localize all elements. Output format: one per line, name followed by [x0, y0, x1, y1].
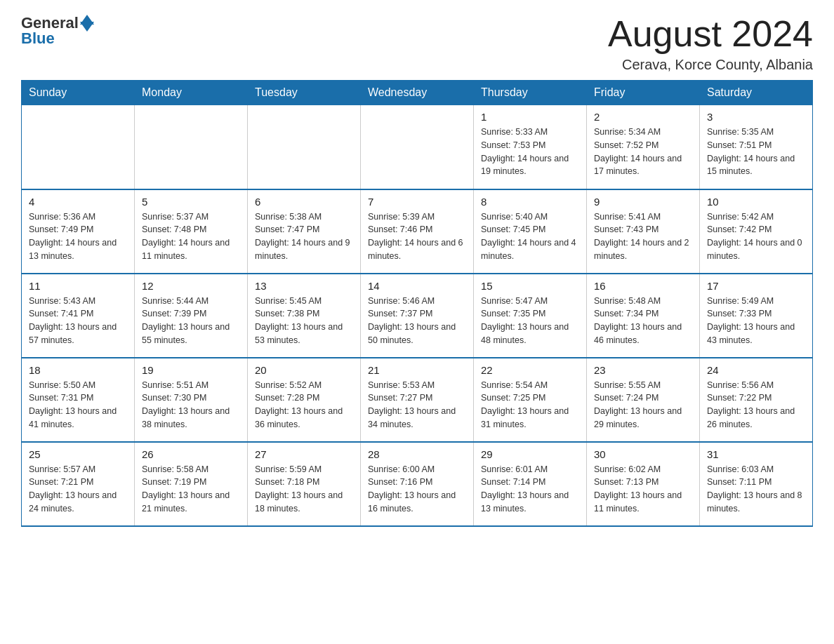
weekday-header-friday: Friday: [587, 81, 700, 105]
day-info: Sunrise: 5:36 AM Sunset: 7:49 PM Dayligh…: [29, 210, 127, 263]
calendar-cell: 13Sunrise: 5:45 AM Sunset: 7:38 PM Dayli…: [248, 274, 361, 358]
day-info: Sunrise: 5:56 AM Sunset: 7:22 PM Dayligh…: [707, 379, 805, 431]
calendar-cell: 16Sunrise: 5:48 AM Sunset: 7:34 PM Dayli…: [587, 274, 700, 358]
day-number: 19: [142, 364, 240, 376]
calendar-cell: 22Sunrise: 5:54 AM Sunset: 7:25 PM Dayli…: [474, 358, 587, 442]
day-info: Sunrise: 5:47 AM Sunset: 7:35 PM Dayligh…: [481, 295, 579, 347]
calendar-cell: 11Sunrise: 5:43 AM Sunset: 7:41 PM Dayli…: [22, 274, 135, 358]
calendar-cell: [248, 105, 361, 189]
weekday-header-wednesday: Wednesday: [361, 81, 474, 105]
day-number: 3: [707, 111, 805, 123]
calendar-cell: 24Sunrise: 5:56 AM Sunset: 7:22 PM Dayli…: [700, 358, 813, 442]
day-number: 27: [255, 448, 353, 460]
calendar-cell: [135, 105, 248, 189]
day-info: Sunrise: 5:38 AM Sunset: 7:47 PM Dayligh…: [255, 210, 353, 263]
day-number: 4: [29, 196, 127, 208]
day-info: Sunrise: 5:51 AM Sunset: 7:30 PM Dayligh…: [142, 379, 240, 431]
day-info: Sunrise: 5:50 AM Sunset: 7:31 PM Dayligh…: [29, 379, 127, 431]
day-info: Sunrise: 5:59 AM Sunset: 7:18 PM Dayligh…: [255, 463, 353, 516]
day-number: 8: [481, 196, 579, 208]
day-info: Sunrise: 5:42 AM Sunset: 7:42 PM Dayligh…: [707, 210, 805, 263]
day-number: 2: [594, 111, 692, 123]
day-info: Sunrise: 5:35 AM Sunset: 7:51 PM Dayligh…: [707, 126, 805, 178]
day-number: 1: [481, 111, 579, 123]
day-number: 30: [594, 448, 692, 460]
calendar-cell: [22, 105, 135, 189]
calendar-cell: 3Sunrise: 5:35 AM Sunset: 7:51 PM Daylig…: [700, 105, 813, 189]
day-number: 17: [707, 280, 805, 292]
day-info: Sunrise: 5:48 AM Sunset: 7:34 PM Dayligh…: [594, 295, 692, 347]
calendar-cell: 9Sunrise: 5:41 AM Sunset: 7:43 PM Daylig…: [587, 189, 700, 274]
day-number: 7: [368, 196, 466, 208]
calendar-cell: 4Sunrise: 5:36 AM Sunset: 7:49 PM Daylig…: [22, 189, 135, 274]
day-info: Sunrise: 5:37 AM Sunset: 7:48 PM Dayligh…: [142, 210, 240, 263]
day-info: Sunrise: 5:33 AM Sunset: 7:53 PM Dayligh…: [481, 126, 579, 178]
week-row-1: 1Sunrise: 5:33 AM Sunset: 7:53 PM Daylig…: [22, 105, 813, 189]
day-info: Sunrise: 6:03 AM Sunset: 7:11 PM Dayligh…: [707, 463, 805, 516]
day-info: Sunrise: 5:52 AM Sunset: 7:28 PM Dayligh…: [255, 379, 353, 431]
day-number: 29: [481, 448, 579, 460]
calendar-cell: 26Sunrise: 5:58 AM Sunset: 7:19 PM Dayli…: [135, 442, 248, 526]
day-info: Sunrise: 5:53 AM Sunset: 7:27 PM Dayligh…: [368, 379, 466, 431]
day-number: 13: [255, 280, 353, 292]
calendar-cell: 5Sunrise: 5:37 AM Sunset: 7:48 PM Daylig…: [135, 189, 248, 274]
calendar-cell: 2Sunrise: 5:34 AM Sunset: 7:52 PM Daylig…: [587, 105, 700, 189]
calendar-cell: 14Sunrise: 5:46 AM Sunset: 7:37 PM Dayli…: [361, 274, 474, 358]
day-number: 15: [481, 280, 579, 292]
day-number: 31: [707, 448, 805, 460]
day-info: Sunrise: 5:57 AM Sunset: 7:21 PM Dayligh…: [29, 463, 127, 516]
day-number: 12: [142, 280, 240, 292]
location: Cerava, Korce County, Albania: [608, 57, 813, 73]
header-right: August 2024 Cerava, Korce County, Albani…: [608, 14, 813, 73]
calendar-cell: 1Sunrise: 5:33 AM Sunset: 7:53 PM Daylig…: [474, 105, 587, 189]
day-number: 11: [29, 280, 127, 292]
day-info: Sunrise: 6:02 AM Sunset: 7:13 PM Dayligh…: [594, 463, 692, 516]
weekday-header-row: SundayMondayTuesdayWednesdayThursdayFrid…: [22, 81, 813, 105]
day-number: 14: [368, 280, 466, 292]
day-number: 5: [142, 196, 240, 208]
week-row-2: 4Sunrise: 5:36 AM Sunset: 7:49 PM Daylig…: [22, 189, 813, 274]
day-info: Sunrise: 5:44 AM Sunset: 7:39 PM Dayligh…: [142, 295, 240, 347]
week-row-4: 18Sunrise: 5:50 AM Sunset: 7:31 PM Dayli…: [22, 358, 813, 442]
calendar-cell: 19Sunrise: 5:51 AM Sunset: 7:30 PM Dayli…: [135, 358, 248, 442]
day-number: 23: [594, 364, 692, 376]
day-number: 25: [29, 448, 127, 460]
calendar-cell: 30Sunrise: 6:02 AM Sunset: 7:13 PM Dayli…: [587, 442, 700, 526]
calendar-table: SundayMondayTuesdayWednesdayThursdayFrid…: [21, 80, 813, 527]
calendar-cell: 25Sunrise: 5:57 AM Sunset: 7:21 PM Dayli…: [22, 442, 135, 526]
day-info: Sunrise: 5:41 AM Sunset: 7:43 PM Dayligh…: [594, 210, 692, 263]
day-info: Sunrise: 6:01 AM Sunset: 7:14 PM Dayligh…: [481, 463, 579, 516]
day-info: Sunrise: 5:45 AM Sunset: 7:38 PM Dayligh…: [255, 295, 353, 347]
calendar-cell: 7Sunrise: 5:39 AM Sunset: 7:46 PM Daylig…: [361, 189, 474, 274]
day-number: 10: [707, 196, 805, 208]
week-row-5: 25Sunrise: 5:57 AM Sunset: 7:21 PM Dayli…: [22, 442, 813, 526]
day-info: Sunrise: 5:39 AM Sunset: 7:46 PM Dayligh…: [368, 210, 466, 263]
weekday-header-thursday: Thursday: [474, 81, 587, 105]
day-number: 28: [368, 448, 466, 460]
day-info: Sunrise: 5:43 AM Sunset: 7:41 PM Dayligh…: [29, 295, 127, 347]
calendar-cell: 27Sunrise: 5:59 AM Sunset: 7:18 PM Dayli…: [248, 442, 361, 526]
calendar-cell: 15Sunrise: 5:47 AM Sunset: 7:35 PM Dayli…: [474, 274, 587, 358]
weekday-header-saturday: Saturday: [700, 81, 813, 105]
calendar-cell: 12Sunrise: 5:44 AM Sunset: 7:39 PM Dayli…: [135, 274, 248, 358]
calendar-cell: 23Sunrise: 5:55 AM Sunset: 7:24 PM Dayli…: [587, 358, 700, 442]
calendar-cell: [361, 105, 474, 189]
day-number: 20: [255, 364, 353, 376]
calendar-cell: 31Sunrise: 6:03 AM Sunset: 7:11 PM Dayli…: [700, 442, 813, 526]
logo-blue: Blue: [21, 29, 55, 48]
day-number: 24: [707, 364, 805, 376]
day-number: 18: [29, 364, 127, 376]
calendar-cell: 17Sunrise: 5:49 AM Sunset: 7:33 PM Dayli…: [700, 274, 813, 358]
calendar-cell: 28Sunrise: 6:00 AM Sunset: 7:16 PM Dayli…: [361, 442, 474, 526]
day-number: 26: [142, 448, 240, 460]
day-info: Sunrise: 5:54 AM Sunset: 7:25 PM Dayligh…: [481, 379, 579, 431]
day-info: Sunrise: 5:58 AM Sunset: 7:19 PM Dayligh…: [142, 463, 240, 516]
logo: General Blue: [21, 14, 94, 48]
calendar-cell: 18Sunrise: 5:50 AM Sunset: 7:31 PM Dayli…: [22, 358, 135, 442]
calendar-cell: 21Sunrise: 5:53 AM Sunset: 7:27 PM Dayli…: [361, 358, 474, 442]
day-number: 6: [255, 196, 353, 208]
calendar-cell: 6Sunrise: 5:38 AM Sunset: 7:47 PM Daylig…: [248, 189, 361, 274]
day-number: 16: [594, 280, 692, 292]
week-row-3: 11Sunrise: 5:43 AM Sunset: 7:41 PM Dayli…: [22, 274, 813, 358]
day-info: Sunrise: 5:46 AM Sunset: 7:37 PM Dayligh…: [368, 295, 466, 347]
